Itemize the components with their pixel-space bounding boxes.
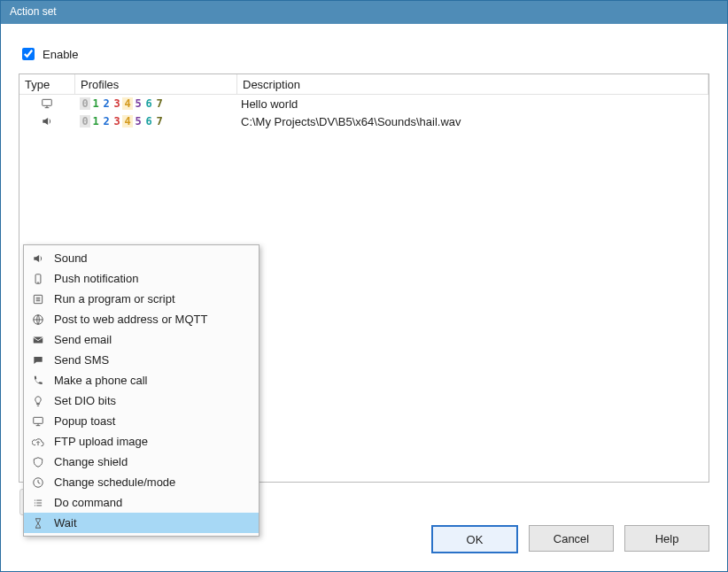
menu-item-label: Make a phone call [54, 374, 148, 387]
enable-checkbox[interactable]: Enable [19, 45, 709, 63]
menu-item-popup-toast[interactable]: Popup toast [24, 411, 259, 431]
menu-item-label: Set DIO bits [54, 394, 116, 407]
table-row[interactable]: 01234567C:\My Projects\DV\B5\x64\Sounds\… [19, 112, 709, 130]
menu-item-label: Send email [54, 333, 112, 346]
menu-item-run-a-program-or-script[interactable]: Run a program or script [24, 289, 259, 309]
menu-item-label: Push notification [54, 272, 138, 285]
menu-item-sound[interactable]: Sound [24, 248, 259, 268]
globe-icon [31, 313, 45, 327]
menu-item-wait[interactable]: Wait [24, 513, 259, 533]
menu-item-label: Change schedule/mode [54, 475, 175, 489]
menu-item-label: Change shield [54, 455, 128, 468]
menu-item-set-dio-bits[interactable]: Set DIO bits [24, 390, 259, 411]
enable-label: Enable [43, 48, 78, 61]
row-description: C:\My Projects\DV\B5\x64\Sounds\hail.wav [236, 115, 709, 128]
menu-item-label: Popup toast [54, 414, 115, 428]
row-profiles: 01234567 [74, 97, 236, 110]
ok-button[interactable]: OK [431, 525, 518, 553]
menu-item-send-sms[interactable]: Send SMS [24, 350, 259, 370]
header-type[interactable]: Type [19, 74, 75, 94]
action-set-window: Action set Enable Type Profiles Descript… [0, 0, 728, 572]
mail-icon [31, 333, 45, 347]
column-headers: Type Profiles Description [19, 74, 709, 95]
menu-item-push-notification[interactable]: Push notification [24, 268, 259, 289]
chat-icon [31, 353, 45, 367]
enable-checkbox-input[interactable] [22, 48, 35, 60]
window-title: Action set [10, 5, 57, 18]
monitor-icon [40, 97, 54, 111]
menu-item-send-email[interactable]: Send email [24, 329, 259, 350]
lines-icon [31, 496, 45, 510]
menu-item-do-command[interactable]: Do command [24, 492, 259, 513]
menu-item-post-to-web-address-or-mqtt[interactable]: Post to web address or MQTT [24, 309, 259, 329]
menu-item-label: Do command [54, 496, 122, 509]
header-profiles[interactable]: Profiles [75, 74, 237, 94]
menu-item-label: Post to web address or MQTT [54, 313, 207, 326]
menu-item-label: Send SMS [54, 353, 109, 367]
menu-item-ftp-upload-image[interactable]: FTP upload image [24, 431, 259, 452]
add-action-menu[interactable]: SoundPush notificationRun a program or s… [23, 244, 259, 537]
row-profiles: 01234567 [74, 115, 236, 128]
window-titlebar[interactable]: Action set [1, 1, 727, 24]
dialog-buttons: OK Cancel Help [431, 525, 709, 553]
cloud-up-icon [31, 435, 45, 449]
menu-item-change-shield[interactable]: Change shield [24, 452, 259, 472]
menu-item-label: Run a program or script [54, 292, 175, 305]
clock-icon [31, 475, 45, 490]
bulb-icon [31, 394, 45, 408]
menu-item-label: FTP upload image [54, 435, 148, 448]
phone-box-icon [31, 272, 45, 286]
menu-item-label: Wait [54, 516, 77, 529]
header-description[interactable]: Description [237, 74, 709, 94]
speaker-icon [31, 251, 45, 266]
menu-item-change-schedule-mode[interactable]: Change schedule/mode [24, 472, 259, 492]
help-button[interactable]: Help [624, 525, 709, 552]
shield-icon [31, 455, 45, 469]
table-row[interactable]: 01234567Hello world [19, 95, 709, 112]
speaker-icon [40, 114, 54, 128]
phonecall-icon [31, 374, 45, 388]
row-description: Hello world [236, 97, 709, 111]
hourglass-icon [31, 516, 45, 530]
monitor-icon [31, 414, 45, 429]
list-box-icon [31, 292, 45, 306]
menu-item-label: Sound [54, 251, 88, 265]
menu-item-make-a-phone-call[interactable]: Make a phone call [24, 370, 259, 390]
cancel-button[interactable]: Cancel [529, 525, 614, 552]
